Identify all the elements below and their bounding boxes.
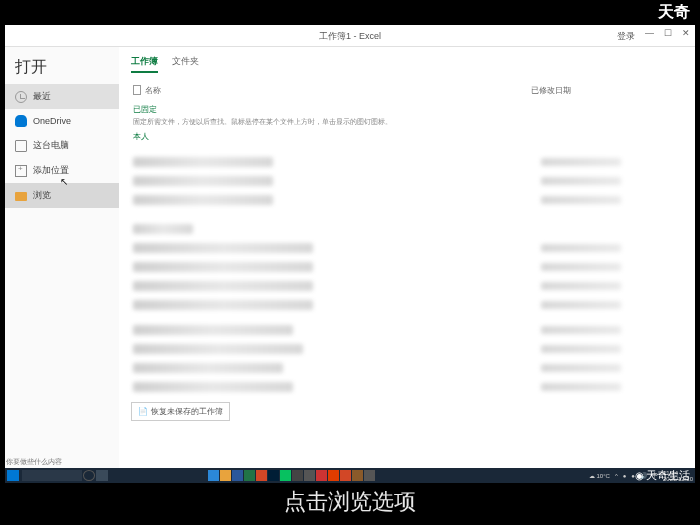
sidebar-item-recent[interactable]: 最近 [5,84,119,109]
app-generic3[interactable] [352,470,363,481]
app-red[interactable] [316,470,327,481]
clock-icon [15,91,27,103]
column-date[interactable]: 已修改日期 [531,85,681,96]
page-title: 打开 [5,51,119,84]
app-ppt[interactable] [256,470,267,481]
sidebar-item-label: OneDrive [33,116,71,126]
taskview-icon[interactable] [96,470,108,481]
file-row[interactable] [131,320,683,339]
onedrive-icon [15,115,27,127]
app-explorer[interactable] [220,470,231,481]
document-icon [133,85,141,95]
app-generic4[interactable] [364,470,375,481]
file-row[interactable] [131,171,683,190]
brand-logo: 天奇生活 [635,468,690,483]
list-header: 名称 已修改日期 [131,77,683,100]
weather-widget[interactable]: ☁ 10°C [589,472,610,479]
tab-folders[interactable]: 文件夹 [172,55,199,73]
sidebar-item-label: 浏览 [33,189,51,202]
folder-icon [15,192,27,201]
file-row[interactable] [131,358,683,377]
file-row[interactable] [131,152,683,171]
add-location-icon [15,165,27,177]
start-button[interactable] [7,470,19,481]
taskbar-search[interactable] [22,470,82,481]
title-bar: 工作簿1 - Excel 登录 — ☐ ✕ [5,25,695,47]
taskbar: ☁ 10°C ^ ● ● 🔊 中 11:242021/12/20 [5,468,695,483]
app-generic2[interactable] [304,470,315,481]
sidebar-item-label: 最近 [33,90,51,103]
app-wps[interactable] [328,470,339,481]
caption-banner: 点击浏览选项 [0,483,700,525]
tray-app1[interactable]: ● [623,473,627,479]
file-row[interactable] [131,377,683,396]
sidebar-item-onedrive[interactable]: OneDrive [5,109,119,133]
column-name[interactable]: 名称 [145,85,161,96]
watermark-logo: 天奇 [658,2,690,23]
pinned-desc: 固定所需文件，方便以后查找。鼠标悬停在某个文件上方时，单击显示的图钉图标。 [133,117,681,127]
maximize-button[interactable]: ☐ [664,28,672,38]
file-row[interactable] [131,238,683,257]
file-row[interactable] [131,276,683,295]
pc-icon [15,140,27,152]
app-generic[interactable] [292,470,303,481]
minimize-button[interactable]: — [645,28,654,38]
app-word[interactable] [232,470,243,481]
window-title: 工作簿1 - Excel [319,30,381,43]
login-link[interactable]: 登录 [617,30,635,43]
caption-text: 点击浏览选项 [284,487,416,517]
tabs: 工作簿 文件夹 [131,55,683,77]
file-row[interactable] [131,219,683,238]
status-hint: 你要做些什么内容 [6,457,62,467]
sidebar-item-label: 添加位置 [33,164,69,177]
app-wechat[interactable] [280,470,291,481]
recover-button[interactable]: 📄 恢复未保存的工作簿 [131,402,230,421]
sidebar-item-thispc[interactable]: 这台电脑 [5,133,119,158]
personal-heading: 本人 [133,131,681,142]
app-ppt2[interactable] [340,470,351,481]
file-row[interactable] [131,190,683,209]
app-excel[interactable] [244,470,255,481]
sidebar-item-addplace[interactable]: 添加位置 [5,158,119,183]
app-photoshop[interactable] [268,470,279,481]
tray-chevron-icon[interactable]: ^ [615,473,618,479]
sidebar-item-label: 这台电脑 [33,139,69,152]
tab-workbooks[interactable]: 工作簿 [131,55,158,73]
sidebar: 打开 最近 OneDrive 这台电脑 添加位置 浏览 [5,47,119,470]
app-edge[interactable] [208,470,219,481]
excel-window: 工作簿1 - Excel 登录 — ☐ ✕ 打开 最近 OneDrive 这台电… [5,25,695,470]
close-button[interactable]: ✕ [682,28,690,38]
file-row[interactable] [131,257,683,276]
content-area: 工作簿 文件夹 名称 已修改日期 已固定 固定所需文件，方便以后查找。鼠标悬停在… [119,47,695,470]
recover-icon: 📄 [138,407,148,416]
pinned-heading: 已固定 [133,104,681,115]
file-row[interactable] [131,295,683,314]
sidebar-item-browse[interactable]: 浏览 [5,183,119,208]
file-row[interactable] [131,339,683,358]
file-list [131,152,683,396]
cortana-icon[interactable] [83,470,95,481]
